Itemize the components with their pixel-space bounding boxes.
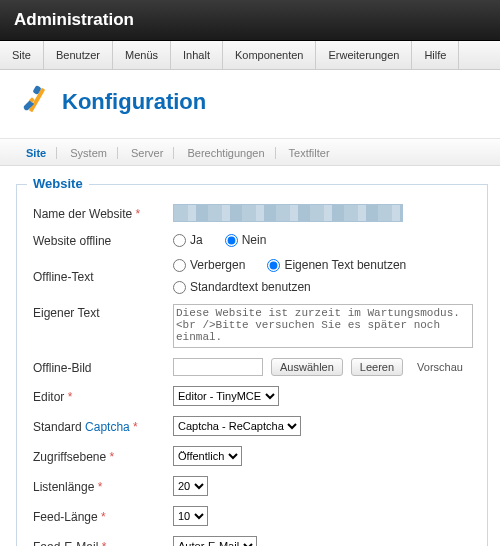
radio-default[interactable]: Standardtext benutzen	[173, 280, 311, 294]
select-image-button[interactable]: Auswählen	[271, 358, 343, 376]
row-offline-text-mode: Offline-Text Verbergen Eigenen Text benu…	[33, 258, 483, 294]
label-custom-text: Eigener Text	[33, 306, 100, 320]
row-feed-email: Feed-E-Mail * Autor-E-Mail	[33, 536, 483, 546]
page-title: Konfiguration	[62, 89, 206, 115]
label-offline-image: Offline-Bild	[33, 361, 91, 375]
radio-offline-no[interactable]: Nein	[225, 233, 267, 247]
label-site-offline: Website offline	[33, 234, 111, 248]
required-marker: *	[98, 480, 103, 494]
access-select[interactable]: Öffentlich	[173, 446, 242, 466]
label-offline-text: Offline-Text	[33, 270, 93, 284]
required-marker: *	[68, 390, 73, 404]
label-site-name: Name der Website	[33, 207, 132, 221]
label-feed-email: Feed-E-Mail	[33, 540, 98, 546]
required-marker: *	[101, 510, 106, 524]
feed-length-select[interactable]: 10	[173, 506, 208, 526]
radio-custom[interactable]: Eigenen Text benutzen	[267, 258, 406, 272]
label-editor: Editor	[33, 390, 64, 404]
page-header: Konfiguration	[0, 70, 500, 138]
captcha-select[interactable]: Captcha - ReCaptcha	[173, 416, 301, 436]
row-custom-text: Eigener Text	[33, 304, 483, 348]
feed-email-select[interactable]: Autor-E-Mail	[173, 536, 257, 546]
required-marker: *	[110, 450, 115, 464]
config-subtabs: Site System Server Berechtigungen Textfi…	[0, 138, 500, 166]
required-marker: *	[102, 540, 107, 546]
list-length-select[interactable]: 20	[173, 476, 208, 496]
required-marker: *	[133, 420, 138, 434]
menu-site[interactable]: Site	[0, 41, 44, 69]
captcha-link[interactable]: Captcha	[85, 420, 130, 434]
admin-header: Administration	[0, 0, 500, 41]
required-marker: *	[136, 207, 141, 221]
editor-select[interactable]: Editor - TinyMCE	[173, 386, 279, 406]
row-editor: Editor * Editor - TinyMCE	[33, 386, 483, 406]
image-preview-label: Vorschau	[417, 361, 463, 373]
site-name-input[interactable]	[173, 204, 403, 222]
admin-title: Administration	[14, 10, 134, 29]
subtab-server[interactable]: Server	[121, 147, 174, 159]
fieldset-legend: Website	[27, 176, 89, 191]
subtab-berechtigungen[interactable]: Berechtigungen	[177, 147, 275, 159]
row-site-offline: Website offline Ja Nein	[33, 232, 483, 248]
label-feed-length: Feed-Länge	[33, 510, 98, 524]
main-menu: Site Benutzer Menüs Inhalt Komponenten E…	[0, 41, 500, 70]
menu-menus[interactable]: Menüs	[113, 41, 171, 69]
row-feed-length: Feed-Länge * 10	[33, 506, 483, 526]
website-fieldset: Website Name der Website * Website offli…	[16, 184, 488, 546]
label-access: Zugriffsebene	[33, 450, 106, 464]
menu-komponenten[interactable]: Komponenten	[223, 41, 317, 69]
subtab-site[interactable]: Site	[16, 147, 57, 159]
custom-text-input[interactable]	[173, 304, 473, 348]
menu-hilfe[interactable]: Hilfe	[412, 41, 459, 69]
offline-image-input[interactable]	[173, 358, 263, 376]
row-offline-image: Offline-Bild Auswählen Leeren Vorschau	[33, 358, 483, 376]
menu-erweiterungen[interactable]: Erweiterungen	[316, 41, 412, 69]
row-list-length: Listenlänge * 20	[33, 476, 483, 496]
label-list-length: Listenlänge	[33, 480, 94, 494]
config-icon	[16, 84, 52, 120]
row-captcha: Standard Captcha * Captcha - ReCaptcha	[33, 416, 483, 436]
clear-image-button[interactable]: Leeren	[351, 358, 403, 376]
row-access: Zugriffsebene * Öffentlich	[33, 446, 483, 466]
menu-benutzer[interactable]: Benutzer	[44, 41, 113, 69]
radio-hide[interactable]: Verbergen	[173, 258, 245, 272]
radio-offline-yes[interactable]: Ja	[173, 233, 203, 247]
row-site-name: Name der Website *	[33, 204, 483, 222]
menu-inhalt[interactable]: Inhalt	[171, 41, 223, 69]
subtab-textfilter[interactable]: Textfilter	[279, 147, 340, 159]
subtab-system[interactable]: System	[60, 147, 118, 159]
label-captcha-prefix: Standard	[33, 420, 85, 434]
